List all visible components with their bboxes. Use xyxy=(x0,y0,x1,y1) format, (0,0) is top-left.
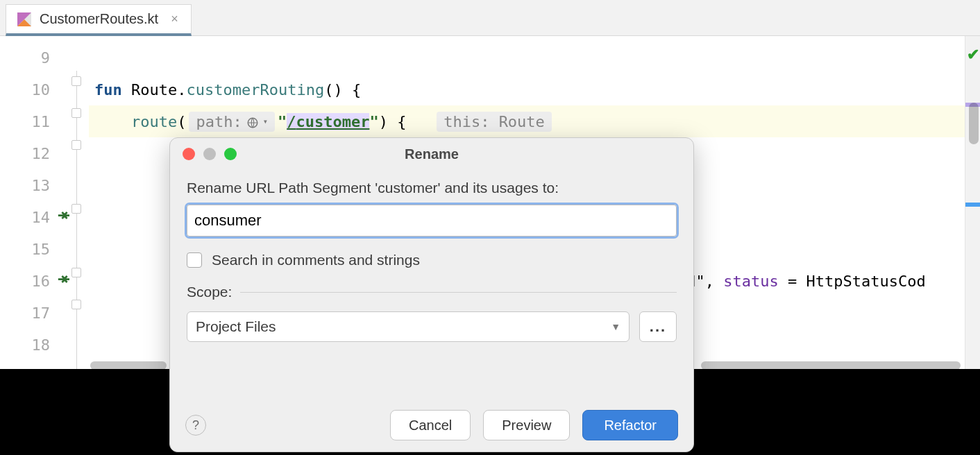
line-number: 15 xyxy=(0,233,69,265)
close-window-icon[interactable] xyxy=(183,148,195,160)
globe-icon xyxy=(246,115,259,128)
line-number: 9 xyxy=(0,42,69,74)
cancel-button[interactable]: Cancel xyxy=(390,410,471,440)
line-number: 16 xyxy=(0,265,69,297)
fold-column xyxy=(69,36,89,369)
help-button[interactable]: ? xyxy=(185,415,206,436)
kotlin-file-icon xyxy=(16,11,33,28)
scope-select[interactable]: Project Files ▼ xyxy=(187,311,630,342)
refactor-button[interactable]: Refactor xyxy=(582,410,678,440)
fold-toggle-icon[interactable] xyxy=(71,76,81,86)
dialog-titlebar[interactable]: Rename xyxy=(170,138,693,170)
line-number: 17 xyxy=(0,297,69,329)
scope-more-button[interactable]: ... xyxy=(639,311,677,342)
close-icon[interactable]: × xyxy=(171,12,178,26)
fold-toggle-icon[interactable] xyxy=(71,140,81,150)
receiver-hint: this: Route xyxy=(437,112,552,132)
fold-toggle-icon[interactable] xyxy=(71,300,81,309)
fold-toggle-icon[interactable] xyxy=(71,268,81,277)
tab-bar: CustomerRoutes.kt × xyxy=(0,0,980,36)
line-number: 10 xyxy=(0,74,69,105)
search-comments-label: Search in comments and strings xyxy=(212,252,420,268)
window-controls xyxy=(183,148,237,160)
gutter: 9 10 11 12 13 14 15 16 17 18 19 xyxy=(0,36,69,369)
scope-label: Scope: xyxy=(187,284,232,300)
parameter-hint: path: ▾ xyxy=(189,112,274,132)
minimize-window-icon[interactable] xyxy=(203,148,216,160)
preview-button[interactable]: Preview xyxy=(483,410,570,440)
chevron-down-icon: ▾ xyxy=(263,117,268,126)
line-number: 18 xyxy=(0,329,69,361)
fold-toggle-icon[interactable] xyxy=(71,108,81,118)
marker-bar: ✔ xyxy=(965,36,980,369)
line-number: 11 xyxy=(0,105,69,137)
rename-dialog: Rename Rename URL Path Segment 'customer… xyxy=(169,137,694,452)
rename-prompt: Rename URL Path Segment 'customer' and i… xyxy=(187,180,677,196)
tab-filename: CustomerRoutes.kt xyxy=(40,11,158,27)
chevron-down-icon: ▼ xyxy=(611,321,620,332)
editor-tab[interactable]: CustomerRoutes.kt × xyxy=(6,4,192,36)
inspection-ok-icon[interactable]: ✔ xyxy=(967,46,979,64)
zoom-window-icon[interactable] xyxy=(224,148,237,160)
fold-toggle-icon[interactable] xyxy=(71,204,81,214)
scrollbar-thumb[interactable] xyxy=(969,103,979,144)
marker[interactable] xyxy=(965,203,980,207)
rename-input[interactable] xyxy=(187,205,677,237)
line-number: 14 xyxy=(0,201,69,233)
line-number: 13 xyxy=(0,169,69,201)
dialog-title: Rename xyxy=(170,146,693,162)
line-number: 12 xyxy=(0,137,69,169)
search-comments-checkbox[interactable] xyxy=(187,252,202,268)
